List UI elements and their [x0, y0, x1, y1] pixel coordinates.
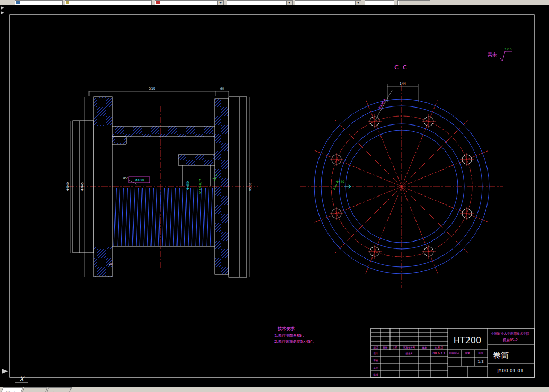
- tech-title: 技术要求: [277, 326, 295, 331]
- dim-text-left-outer: Φ640: [66, 182, 69, 191]
- color-swatch-icon: [156, 1, 160, 4]
- chevron-down-icon[interactable]: ▾: [286, 1, 292, 5]
- label-count: 处数: [383, 346, 388, 349]
- bolt-hole: [368, 245, 382, 259]
- chevron-down-icon[interactable]: ▾: [217, 1, 223, 5]
- bolt-leader: [375, 90, 392, 121]
- label-scale: 比例: [479, 352, 484, 355]
- dim-text-right-flange: Φ550: [248, 183, 252, 191]
- toolbar-field-layer[interactable]: [15, 0, 63, 5]
- surface-prefix: 其余: [488, 52, 497, 57]
- flyout-arrow-icon[interactable]: [2, 369, 8, 374]
- label-weight: 质量: [465, 352, 471, 354]
- drawing-canvas[interactable]: 550 40 Φ640 Φ445 Φ550 45° 20 Φ168 Φ450 Φ…: [0, 5, 549, 387]
- hatch-barrel-wall: [112, 126, 215, 137]
- label-doc-no: 更改文件号: [403, 346, 415, 349]
- label-zone: 分区: [393, 346, 398, 349]
- bolt-hole: [330, 153, 343, 166]
- tab-layout2[interactable]: 布局2: [46, 387, 72, 392]
- part-name: 卷筒: [493, 351, 509, 360]
- section-label: C-C: [394, 64, 408, 71]
- tab-model[interactable]: 模型: [0, 387, 23, 392]
- hatch-inner-hub: [178, 155, 215, 165]
- flyout-arrow-icon[interactable]: [1, 6, 4, 10]
- toolbar-color-dropdown[interactable]: ▾: [155, 0, 224, 5]
- label-process: 工艺: [374, 366, 379, 369]
- dim-40: [215, 91, 229, 96]
- roughness-icon: [333, 184, 337, 190]
- material-spec: HT200: [454, 335, 481, 345]
- scale-value: 1:3: [477, 360, 483, 364]
- title-block: HT200 中国矿业大学应用技术学院 机自05-2 卷筒 JY.00.01-01…: [371, 328, 534, 378]
- surface-value: 12.5: [504, 47, 512, 51]
- tab-layout1[interactable]: 布局1: [21, 387, 47, 392]
- layer-state-icon: [66, 1, 69, 4]
- tech-item-1: 1.未注明圆角R5；: [274, 333, 305, 338]
- bolt-hole: [422, 114, 436, 128]
- tech-requirements: 技术要求 1.未注明圆角R5； 2.未注铸造斜度5×45°。: [274, 326, 316, 344]
- toolbar-strip: ▾ ▾ ▾: [0, 0, 549, 5]
- center-spokes: [300, 85, 503, 288]
- class-number: 机自05-2: [503, 338, 518, 342]
- layer-icon: [16, 1, 20, 4]
- section-view-cc: C-C: [300, 64, 503, 288]
- chevron-down-icon[interactable]: ▾: [355, 1, 361, 5]
- layout-tabs: 模型 布局1 布局2: [0, 387, 549, 392]
- flyout-arrow-icon[interactable]: [1, 11, 4, 14]
- dim-text-144: 144: [400, 82, 406, 86]
- end-cap: [229, 97, 247, 277]
- tech-item-2: 2.未注铸造斜度5×45°。: [274, 339, 316, 344]
- date-value: 08.6.13: [433, 351, 445, 355]
- flyout-arrow-icons[interactable]: [1, 6, 8, 374]
- label-design: 设计: [374, 352, 379, 355]
- toolbar-field-layer-state[interactable]: [65, 0, 152, 5]
- toolbar-field-small[interactable]: [365, 0, 394, 5]
- rope-grooves: [113, 188, 213, 246]
- label-approve: 批准: [373, 373, 379, 376]
- ucs-icon: X: [15, 375, 28, 383]
- hatch-left-step: [112, 137, 126, 144]
- dim-text-550: 550: [149, 86, 155, 90]
- dim-text-bore-cyan: Φ450: [185, 181, 189, 190]
- dim-550: [89, 91, 215, 96]
- bolt-hole: [330, 207, 343, 220]
- toolbar-lineweight-dropdown[interactable]: ▾: [295, 0, 361, 5]
- side-view: 550 40 Φ640 Φ445 Φ550 45° 20 Φ168 Φ450 Φ…: [66, 86, 258, 277]
- surface-finish-note: 其余 12.5: [488, 47, 512, 61]
- label-standard: 标准化: [405, 352, 413, 355]
- roughness-icon: [500, 51, 512, 61]
- dim-text-bore-fit: Φ110H7/f7: [199, 179, 202, 194]
- title-block-labels: 标记 处数 分区 更改文件号 签名 年.月.日 设计 标准化 审核 工艺 批准 …: [373, 346, 484, 376]
- ucs-x-label: X: [19, 375, 25, 383]
- dim-text-chamfer: 45°: [123, 176, 128, 180]
- label-date: 年.月.日: [435, 346, 443, 349]
- toolbar-button[interactable]: [397, 0, 430, 5]
- dim-text-40: 40: [220, 87, 224, 90]
- toolbar-linetype-dropdown[interactable]: ▾: [227, 0, 293, 5]
- dim-text-hub-box: Φ168: [135, 178, 144, 182]
- drawing-number: JY.00.01-01: [497, 368, 524, 373]
- label-sign: 签名: [422, 346, 427, 349]
- dim-text-circle-dia: Φ470: [336, 180, 344, 183]
- dim-text-left-inner: Φ445: [80, 182, 84, 191]
- hatch-right-flange: [215, 99, 229, 274]
- school-name: 中国矿业大学应用技术学院: [491, 332, 529, 336]
- hatch-hub-top: [94, 97, 112, 126]
- sheet-border: [10, 15, 534, 377]
- label-review: 审核: [374, 359, 379, 362]
- bolt-hole: [460, 153, 474, 166]
- dim-text-bottom-left: 20: [109, 262, 113, 265]
- label-mark: 标记: [373, 346, 379, 350]
- bolt-hole: [422, 245, 436, 259]
- label-stage: 阶段标记: [449, 351, 459, 355]
- cad-window: ▾ ▾ ▾: [0, 0, 549, 392]
- bolt-hole: [460, 207, 474, 220]
